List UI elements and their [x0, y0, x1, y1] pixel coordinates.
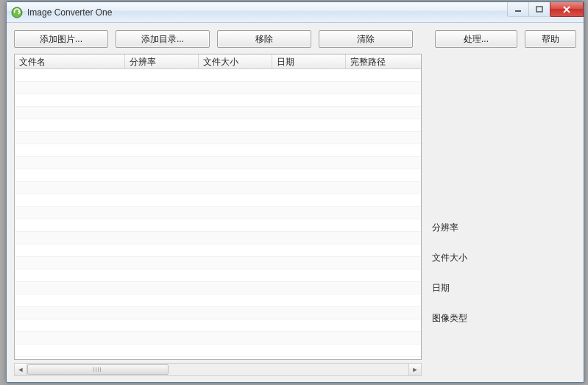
info-imagetype-label: 图像类型: [432, 312, 576, 325]
col-header-date[interactable]: 日期: [272, 54, 346, 68]
table-row[interactable]: [15, 244, 421, 257]
table-row[interactable]: [15, 232, 421, 244]
table-row[interactable]: [15, 294, 421, 307]
info-filesize-label: 文件大小: [432, 252, 576, 264]
table-row[interactable]: [15, 94, 421, 107]
table-row[interactable]: [15, 169, 421, 182]
svg-rect-2: [536, 7, 542, 12]
scroll-left-button[interactable]: ◄: [15, 364, 27, 375]
left-column: 文件名 分辨率 文件大小 日期 完整路径: [14, 54, 422, 376]
table-row[interactable]: [15, 82, 421, 94]
table-row[interactable]: [15, 132, 421, 144]
scroll-thumb[interactable]: [27, 364, 169, 375]
right-panel: 分辨率 文件大小 日期 图像类型: [429, 54, 576, 376]
window-controls: [508, 2, 584, 17]
col-header-fullpath[interactable]: 完整路径: [346, 54, 414, 68]
chevron-right-icon: ►: [412, 366, 419, 373]
list-rows: [15, 69, 421, 359]
window-title: Image Converter One: [27, 7, 584, 18]
preview-box: [432, 57, 576, 204]
list-body[interactable]: [15, 69, 421, 359]
maximize-icon: [536, 6, 543, 13]
table-row[interactable]: [15, 345, 421, 357]
table-row[interactable]: [15, 144, 421, 157]
table-row[interactable]: [15, 119, 421, 132]
toolbar-spacer: [420, 30, 428, 48]
info-resolution-label: 分辨率: [432, 222, 576, 234]
close-icon: [562, 6, 571, 13]
table-row[interactable]: [15, 219, 421, 232]
help-button[interactable]: 帮助: [525, 30, 576, 48]
scroll-right-button[interactable]: ►: [408, 364, 421, 375]
add-folder-button[interactable]: 添加目录...: [116, 30, 210, 48]
table-row[interactable]: [15, 332, 421, 345]
titlebar[interactable]: Image Converter One: [7, 2, 584, 23]
process-button[interactable]: 处理...: [435, 30, 517, 48]
horizontal-scrollbar[interactable]: ◄ ►: [14, 363, 422, 376]
body: 文件名 分辨率 文件大小 日期 完整路径: [7, 54, 584, 382]
add-image-button[interactable]: 添加图片...: [14, 30, 108, 48]
table-row[interactable]: [15, 182, 421, 194]
chevron-left-icon: ◄: [18, 366, 24, 373]
table-row[interactable]: [15, 107, 421, 119]
minimize-icon: [514, 6, 522, 13]
col-header-filename[interactable]: 文件名: [15, 54, 125, 68]
close-button[interactable]: [550, 2, 584, 17]
table-row[interactable]: [15, 194, 421, 207]
remove-button[interactable]: 移除: [217, 30, 311, 48]
table-row[interactable]: [15, 207, 421, 219]
list-header: 文件名 分辨率 文件大小 日期 完整路径: [15, 54, 421, 69]
table-row[interactable]: [15, 157, 421, 169]
col-header-resolution[interactable]: 分辨率: [125, 54, 199, 68]
col-header-filesize[interactable]: 文件大小: [199, 54, 272, 68]
table-row[interactable]: [15, 282, 421, 294]
info-date-label: 日期: [432, 282, 576, 294]
table-row[interactable]: [15, 257, 421, 269]
table-row[interactable]: [15, 69, 421, 82]
file-list[interactable]: 文件名 分辨率 文件大小 日期 完整路径: [14, 54, 422, 360]
app-icon: [11, 7, 23, 18]
minimize-button[interactable]: [507, 2, 529, 17]
table-row[interactable]: [15, 319, 421, 332]
maximize-button[interactable]: [528, 2, 550, 17]
table-row[interactable]: [15, 307, 421, 319]
svg-rect-1: [515, 10, 521, 12]
toolbar: 添加图片... 添加目录... 移除 清除 处理... 帮助: [7, 23, 584, 54]
clear-button[interactable]: 清除: [319, 30, 413, 48]
app-window: Image Converter One 添加图片... 添加目录... 移除 清…: [6, 1, 584, 383]
table-row[interactable]: [15, 269, 421, 282]
scroll-track[interactable]: [27, 364, 408, 375]
